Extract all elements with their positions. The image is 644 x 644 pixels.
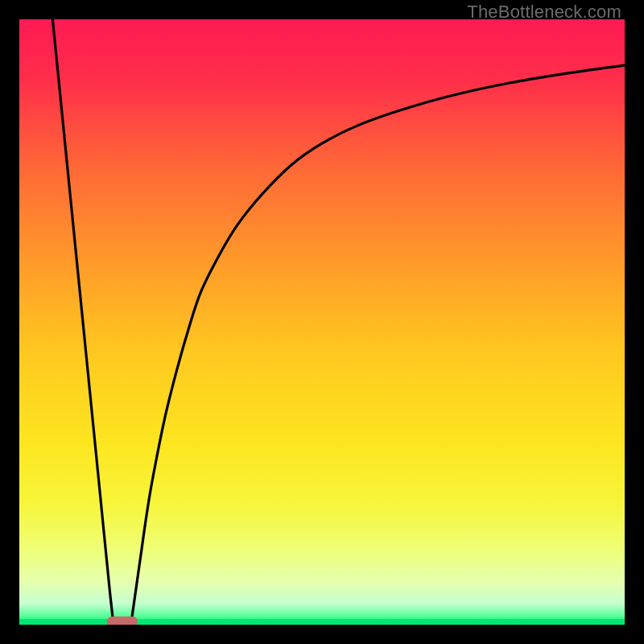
bottleneck-chart [19,19,625,625]
watermark-text: TheBottleneck.com [467,2,621,23]
chart-frame [19,19,625,625]
minimum-marker [107,617,138,625]
gradient-background [19,19,625,625]
